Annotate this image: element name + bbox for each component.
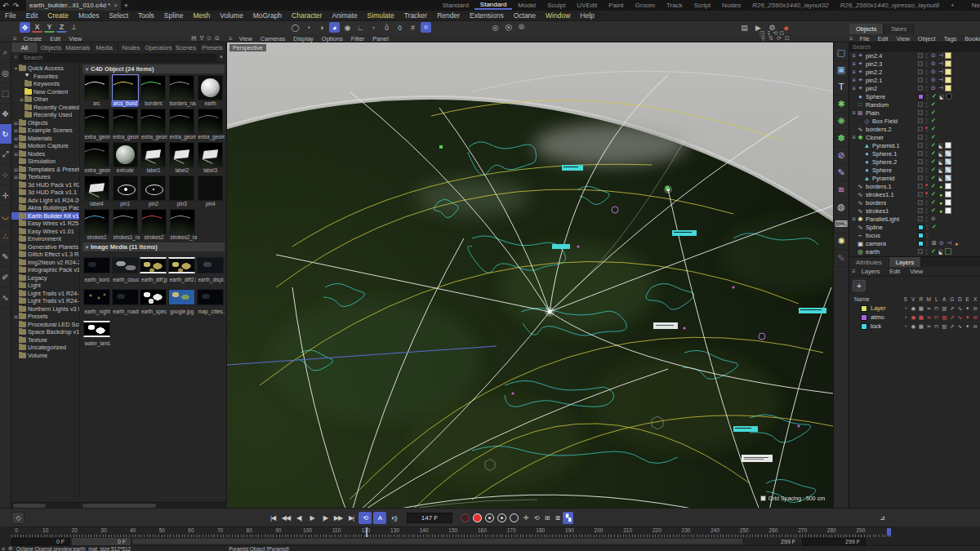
layer-toggle-v[interactable]: ◉ [910,323,918,330]
asset-tab-scenes[interactable]: Scenes [173,42,200,52]
viewport-menu-view[interactable]: View [235,35,256,42]
visibility-dots[interactable] [924,200,929,206]
layer-row-layer[interactable]: Layer◔◉▦≍⊓▥⇗⇘✦⊘ [849,304,980,313]
asset-thumb-label3[interactable]: label3 [196,142,225,174]
menu-item-modes[interactable]: Modes [74,11,105,20]
region-key-icon[interactable]: ⊞ [541,512,552,524]
layers-tab-attributes[interactable]: Attributes [849,257,889,267]
tree-item-light-trails-v1-r24-26[interactable]: Light Trails v1 R24-26 [11,290,79,298]
enabled-check-icon[interactable]: ✓ [930,207,937,214]
asset-tab-materials[interactable]: Materials [65,42,91,52]
om-menu-object[interactable]: Object [914,35,940,42]
object-row-borders-1[interactable]: ∿borders.1✓● [849,182,980,190]
layer-color-chip[interactable] [918,241,924,247]
new-window-icon[interactable]: ⧉ [213,35,220,42]
asset-tab-nodes[interactable]: Nodes [118,42,145,52]
protection-tag-icon[interactable]: ● [953,240,960,247]
viewport-menu-panel[interactable]: Panel [368,35,392,42]
visibility-dots[interactable] [924,118,929,124]
hamburger-icon[interactable]: ≡ [2,546,5,551]
tree-item-light-trails-v1-r24-26-s[interactable]: Light Trails v1 R24-26 (s [11,297,79,305]
asset-thumb-map-cities-j-[interactable]: map_cities.j... [196,285,225,315]
tree-expander[interactable]: ⊞ [13,313,19,319]
menu-item-tracker[interactable]: Tracker [399,11,433,20]
asset-thumb-label2[interactable]: label2 [167,142,196,174]
material-tag-yellow[interactable] [945,52,951,59]
marker-diamond-icon[interactable]: ◇ [11,512,24,524]
tree-item-adv-light-v1-r24-26[interactable]: Adv Light v1 R24-26 [11,197,79,205]
asset-thumb-pin4[interactable]: pin4 [196,176,225,207]
object-row-earth[interactable]: ◍earth✓◣ [849,247,980,256]
spline-pen-icon[interactable]: ✎ [834,164,849,181]
quantize-icon[interactable]: ⌗ [421,22,431,33]
phong-tag-icon[interactable]: ◣ [938,248,944,255]
material-tag-checker[interactable] [945,175,951,181]
layer-toggle-d[interactable]: ⇘ [956,314,964,321]
enabled-check-icon[interactable]: ✓ [930,167,937,173]
object-row-spline[interactable]: ∿Spline✓ [849,223,980,231]
om-tab-objects[interactable]: Objects [849,24,884,34]
menu-item-simulate[interactable]: Simulate [363,11,399,20]
material-tag-checker[interactable] [945,167,951,173]
autokey-icon[interactable] [473,513,482,522]
camera-object-icon[interactable]: ⌨ [834,216,849,233]
asset-tab-media[interactable]: Media [91,42,118,52]
asset-menu-create[interactable]: Create [20,35,47,42]
om-menu-bookmarks[interactable]: Bookmarks [960,35,980,42]
layer-toggle-a[interactable]: ▥ [941,323,949,330]
move-tool-icon[interactable]: ✥ [20,22,30,33]
enable-checkbox[interactable] [918,208,923,213]
layer-toggle-d[interactable]: ⇘ [956,305,964,312]
normal-scale-icon[interactable]: ō [394,22,405,33]
enabled-check-icon[interactable]: ✓ [931,93,938,100]
enabled-check-icon[interactable]: ✓ [930,175,937,181]
cube-icon[interactable]: ▣ [834,61,849,78]
render-view-icon[interactable]: ▤ [739,22,750,33]
section-header-1[interactable]: ▾Image Media (11 Items) [82,242,225,251]
object-row-parallellight[interactable]: ⊞✺ParallelLight⊘ [849,215,980,223]
asset-thumb-pin1[interactable]: pin1 [111,176,140,207]
object-row-sphere-2[interactable]: ●Sphere.2✓◣ [849,158,980,166]
enable-checkbox[interactable] [918,61,923,66]
object-row-pyramid[interactable]: ▲Pyramid✓◣ [849,174,980,182]
material-tag-yellow[interactable] [945,85,951,91]
deformer-icon[interactable]: ≋ [834,181,849,198]
visibility-dots[interactable] [924,151,929,157]
enable-checkbox[interactable] [918,143,923,148]
tree-item-quick-access[interactable]: ▾Quick Access [11,64,79,73]
fracture-icon[interactable]: ❋ [834,113,849,130]
align-tag-icon[interactable]: ⊣ [938,69,944,75]
hamburger-icon[interactable]: ≡ [229,35,233,42]
menu-item-help[interactable]: Help [575,11,599,20]
tree-item-easy-wires-v1-01[interactable]: Easy Wires v1.01 [11,228,79,236]
om-menu-file[interactable]: File [856,35,874,42]
layer-color-swatch[interactable] [861,314,867,321]
visibility-dots[interactable] [924,102,929,108]
layer-toggle-e[interactable]: ✦ [964,314,972,321]
asset-thumb-label1[interactable]: label1 [140,142,168,174]
asset-thumb-pin3[interactable]: pin3 [167,176,196,207]
layer-toggle-m[interactable]: ≍ [925,305,933,312]
asset-thumb-arc[interactable]: arc [82,75,111,107]
layer-toggle-l[interactable]: ⊓ [933,323,941,330]
asset-tab-operators[interactable]: Operators [145,42,172,52]
layer-row-atmo[interactable]: atmo◔◉▦≍⊓▥⇗⇘✦⊘ [849,313,980,322]
tree-item-materials[interactable]: ⊞Materials [11,135,79,143]
asset-thumb-water-land-[interactable]: water_land... [82,317,111,347]
loop-icon[interactable]: ⟲ [359,512,372,524]
layer-toggle-g[interactable]: ⇗ [948,305,956,312]
visibility-dots[interactable] [925,224,929,230]
tree-item-favorites[interactable]: Favorites [11,73,79,81]
layers-menu-view[interactable]: View [906,268,927,275]
grid-hscrollbar[interactable] [81,502,227,508]
row-expander[interactable]: ⊞ [851,78,857,82]
enable-checkbox[interactable] [918,184,923,189]
layer-toggle-v[interactable]: ◉ [910,305,918,312]
layer-toggle-x[interactable]: ⊘ [972,305,980,312]
layout-tab-nodes[interactable]: Nodes [716,2,746,9]
asset-thumb-strokes2[interactable]: strokes2 [140,209,168,241]
tree-item-motion-capture[interactable]: ⊞Motion Capture [11,142,79,150]
tree-expander[interactable]: ▾ [13,65,19,71]
enabled-check-icon[interactable]: ✓ [931,224,938,230]
phong-tag-icon[interactable]: ◣ [938,150,944,157]
